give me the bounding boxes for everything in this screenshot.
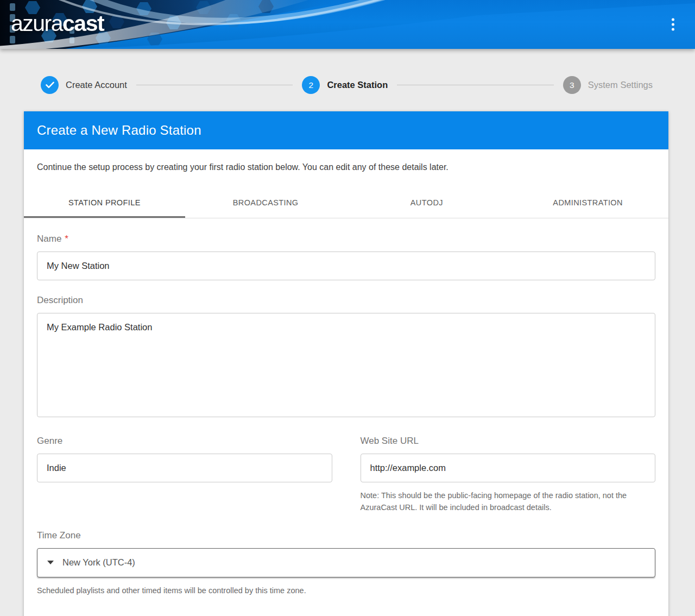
step-system-settings: 3 System Settings xyxy=(563,76,653,94)
kebab-dot xyxy=(672,18,674,21)
genre-field-group: Genre xyxy=(37,436,332,514)
name-field-group: Name * xyxy=(37,234,655,280)
step-label: System Settings xyxy=(588,80,653,90)
banner-art-graphic xyxy=(0,0,695,49)
description-label: Description xyxy=(37,295,655,306)
step-marker: 2 xyxy=(302,76,320,94)
description-textarea[interactable]: My Example Radio Station xyxy=(37,313,655,417)
logo-text-azura: azura xyxy=(11,11,62,36)
name-input[interactable] xyxy=(37,252,655,280)
genre-label: Genre xyxy=(37,436,332,447)
description-field-group: Description My Example Radio Station xyxy=(37,295,655,419)
step-label: Create Account xyxy=(66,80,127,90)
label-text: Time Zone xyxy=(37,530,81,541)
tab-broadcasting[interactable]: Broadcasting xyxy=(185,187,346,218)
timezone-selected-value: New York (UTC-4) xyxy=(62,557,135,568)
kebab-dot xyxy=(672,23,674,26)
label-text: Name xyxy=(37,234,61,244)
station-profile-form: Name * Description My Example Radio Stat… xyxy=(24,218,668,616)
website-url-field-group: Web Site URL Note: This should be the pu… xyxy=(361,436,656,514)
label-text: Genre xyxy=(37,436,62,447)
card-header: Create a New Radio Station xyxy=(24,111,668,149)
label-text: Web Site URL xyxy=(361,436,419,447)
timezone-select[interactable]: New York (UTC-4) xyxy=(37,548,655,577)
step-marker: 3 xyxy=(563,76,581,94)
tab-autodj[interactable]: AutoDJ xyxy=(346,187,508,218)
website-url-note: Note: This should be the public-facing h… xyxy=(361,489,656,514)
genre-input[interactable] xyxy=(37,454,332,482)
required-asterisk: * xyxy=(65,234,68,244)
step-label: Create Station xyxy=(327,80,388,90)
genre-url-row: Genre Web Site URL Note: This should be … xyxy=(37,436,655,514)
label-text: Description xyxy=(37,295,83,306)
kebab-dot xyxy=(672,28,674,31)
timezone-field-group: Time Zone New York (UTC-4) Scheduled pla… xyxy=(37,530,655,596)
intro-text: Continue the setup process by creating y… xyxy=(24,149,668,172)
tab-station-profile[interactable]: Station Profile xyxy=(24,187,185,218)
timezone-label: Time Zone xyxy=(37,530,655,541)
setup-page: azuracast Create Account 2 Create Statio… xyxy=(0,0,695,616)
stepper-connector xyxy=(136,85,293,85)
create-station-card: Create a New Radio Station Continue the … xyxy=(24,111,668,616)
page-title: Create a New Radio Station xyxy=(37,123,201,138)
step-create-station: 2 Create Station xyxy=(302,76,388,94)
stepper-connector xyxy=(397,85,554,85)
timezone-note: Scheduled playlists and other timed item… xyxy=(37,584,655,596)
app-header-banner: azuracast xyxy=(0,0,695,49)
azuracast-logo: azuracast xyxy=(11,11,104,36)
step-create-account: Create Account xyxy=(41,76,127,94)
chevron-down-icon xyxy=(47,561,54,564)
website-url-label: Web Site URL xyxy=(361,436,656,447)
name-label: Name * xyxy=(37,234,655,244)
tab-administration[interactable]: Administration xyxy=(507,187,668,218)
check-icon xyxy=(41,76,59,94)
station-tabs: Station Profile Broadcasting AutoDJ Admi… xyxy=(24,187,668,218)
website-url-input[interactable] xyxy=(361,454,656,482)
setup-stepper: Create Account 2 Create Station 3 System… xyxy=(41,76,653,94)
logo-text-cast: cast xyxy=(62,11,104,36)
kebab-menu-button[interactable] xyxy=(668,15,678,34)
